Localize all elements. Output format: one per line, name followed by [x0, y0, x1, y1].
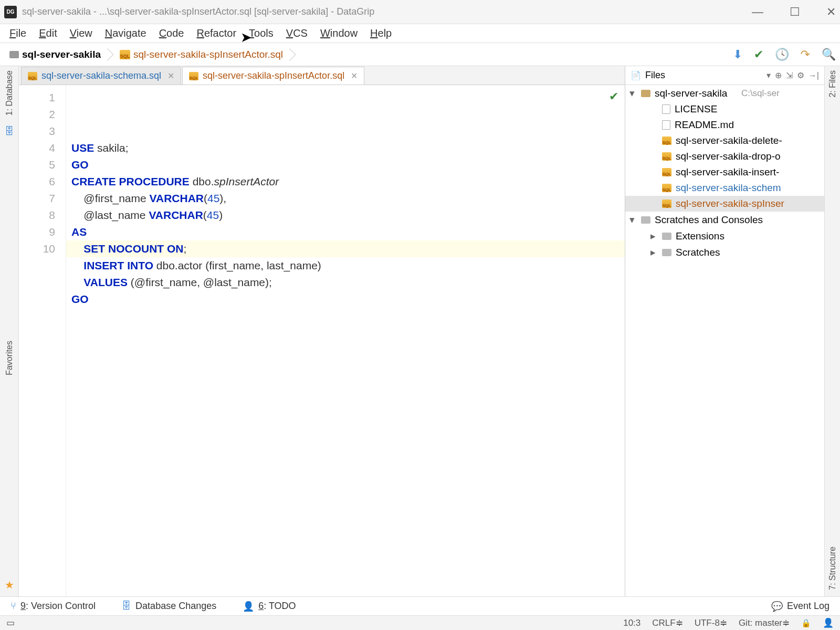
status-line-separator[interactable]: CRLF≑	[652, 617, 682, 628]
database-tool-button[interactable]: 1: Database	[5, 70, 14, 116]
sql-file-icon: SQL	[662, 152, 671, 161]
inspection-ok-icon: ✔	[609, 88, 618, 105]
close-tab-icon[interactable]: ✕	[167, 71, 174, 81]
status-caret-position[interactable]: 10:3	[623, 618, 640, 628]
editor-tab[interactable]: SQLsql-server-sakila-spInsertActor.sql✕	[182, 67, 364, 85]
sql-file-icon: SQL	[189, 72, 198, 80]
menu-view[interactable]: View	[64, 25, 99, 41]
search-icon[interactable]: 🔍	[822, 48, 836, 61]
files-panel-title: Files	[645, 70, 762, 81]
files-panel-header: 📄 Files ▾ ⊕ ⇲ ⚙ →|	[625, 66, 824, 85]
undo-icon[interactable]: ↶	[801, 48, 810, 61]
sql-file-icon: SQL	[662, 184, 671, 192]
vcs-update-icon[interactable]: ⬇	[733, 48, 742, 61]
file-tree[interactable]: ▾sql-server-sakila C:\sql-serLICENSEREAD…	[625, 85, 824, 596]
hide-icon[interactable]: →|	[808, 71, 819, 80]
tree-file[interactable]: SQLsql-server-sakila-spInser	[625, 196, 824, 212]
breadcrumb-file[interactable]: SQL sql-server-sakila-spInsertActor.sql	[114, 47, 288, 62]
vcs-history-icon[interactable]: 🕓	[775, 48, 789, 61]
tree-file[interactable]: SQLsql-server-sakila-delete-	[625, 133, 824, 149]
files-tool-button[interactable]: 2: Files	[828, 70, 837, 98]
status-bar: ▭ 10:3 CRLF≑ UTF-8≑ Git: master≑ 🔒 👤	[0, 615, 840, 630]
status-processes-icon[interactable]: ▭	[6, 617, 15, 628]
close-button[interactable]: ✕	[826, 5, 836, 19]
lock-icon[interactable]: 🔒	[801, 618, 811, 628]
tree-file[interactable]: SQLsql-server-sakila-schem	[625, 180, 824, 196]
tree-project-root[interactable]: ▾sql-server-sakila C:\sql-ser	[625, 85, 824, 101]
menu-vcs[interactable]: VCS	[280, 25, 314, 41]
folder-icon	[9, 51, 19, 58]
close-tab-icon[interactable]: ✕	[351, 71, 358, 81]
window-titlebar: DG sql-server-sakila - ...\sql-server-sa…	[0, 0, 840, 24]
breadcrumb-file-label: sql-server-sakila-spInsertActor.sql	[133, 49, 283, 60]
folder-icon	[662, 249, 671, 256]
tree-folder[interactable]: ▸Scratches	[625, 244, 824, 260]
left-tool-strip: 1: Database 🗄 Favorites ★	[0, 66, 19, 596]
breadcrumb-project-label: sql-server-sakila	[22, 49, 101, 60]
folder-icon	[662, 233, 671, 240]
tree-file[interactable]: SQLsql-server-sakila-insert-	[625, 164, 824, 180]
sql-file-icon: SQL	[28, 72, 37, 80]
database-changes-button[interactable]: 🗄Database Changes	[122, 601, 216, 612]
menu-file[interactable]: File	[3, 25, 33, 41]
menu-help[interactable]: Help	[364, 25, 398, 41]
menu-refactor[interactable]: Refactor	[190, 25, 243, 41]
file-icon	[662, 120, 670, 130]
todo-button[interactable]: 👤6: TODO	[243, 601, 296, 612]
status-encoding[interactable]: UTF-8≑	[695, 617, 727, 628]
menu-tools[interactable]: Tools	[243, 25, 280, 41]
database-icon: 🗄	[5, 126, 14, 137]
bottom-tool-bar: ⑂9: 9: Version ControlVersion Control 🗄D…	[0, 596, 840, 615]
menu-code[interactable]: Code	[153, 25, 191, 41]
minimize-button[interactable]: —	[752, 5, 763, 19]
line-gutter: 12345678910	[19, 85, 66, 596]
menu-navigate[interactable]: Navigate	[99, 25, 153, 41]
menu-window[interactable]: Window	[314, 25, 364, 41]
tree-file[interactable]: SQLsql-server-sakila-drop-o	[625, 149, 824, 164]
collapse-icon[interactable]: ⇲	[786, 70, 793, 80]
tree-file[interactable]: LICENSE	[625, 101, 824, 117]
navigation-toolbar: sql-server-sakila SQL sql-server-sakila-…	[0, 43, 840, 66]
editor-tab[interactable]: SQLsql-server-sakila-schema.sql✕	[21, 67, 181, 85]
folder-icon	[641, 216, 650, 224]
target-icon[interactable]: ⊕	[775, 70, 782, 80]
dropdown-icon[interactable]: ▾	[766, 70, 771, 80]
tree-file[interactable]: README.md	[625, 117, 824, 133]
maximize-button[interactable]: ☐	[790, 5, 800, 19]
code-editor[interactable]: 12345678910 ✔ USE sakila; GO CREATE PROC…	[19, 85, 625, 596]
menu-bar: FileEditViewNavigateCodeRefactorToolsVCS…	[0, 24, 840, 43]
menu-edit[interactable]: Edit	[33, 25, 63, 41]
structure-tool-button[interactable]: 7: Structure	[828, 547, 837, 590]
sql-file-icon: SQL	[120, 50, 130, 59]
sql-file-icon: SQL	[662, 168, 671, 176]
tab-label: sql-server-sakila-spInsertActor.sql	[203, 70, 344, 81]
gear-icon[interactable]: ⚙	[797, 70, 804, 80]
app-icon: DG	[4, 6, 17, 18]
status-git-branch[interactable]: Git: master≑	[739, 617, 790, 628]
file-icon	[662, 104, 670, 114]
editor-tab-bar: SQLsql-server-sakila-schema.sql✕SQLsql-s…	[19, 66, 625, 85]
tab-label: sql-server-sakila-schema.sql	[41, 70, 161, 81]
breadcrumb-project[interactable]: sql-server-sakila	[4, 47, 106, 62]
favorites-tool-button[interactable]: Favorites	[5, 341, 14, 375]
window-title: sql-server-sakila - ...\sql-server-sakil…	[22, 6, 752, 17]
folder-icon	[641, 90, 650, 97]
star-icon: ★	[5, 579, 14, 591]
vcs-commit-icon[interactable]: ✔	[754, 48, 763, 61]
files-tool-window: 📄 Files ▾ ⊕ ⇲ ⚙ →| ▾sql-server-sakila C:…	[625, 66, 824, 596]
sql-file-icon: SQL	[662, 136, 671, 145]
status-person-icon[interactable]: 👤	[823, 617, 834, 628]
event-log-button[interactable]: 💬Event Log	[771, 601, 830, 612]
files-icon: 📄	[631, 70, 641, 80]
sql-file-icon: SQL	[662, 200, 671, 208]
tree-scratches-root[interactable]: ▾Scratches and Consoles	[625, 212, 824, 228]
version-control-button[interactable]: ⑂9: 9: Version ControlVersion Control	[10, 601, 96, 612]
tree-folder[interactable]: ▸Extensions	[625, 228, 824, 244]
right-tool-strip: 2: Files 7: Structure	[824, 66, 840, 596]
